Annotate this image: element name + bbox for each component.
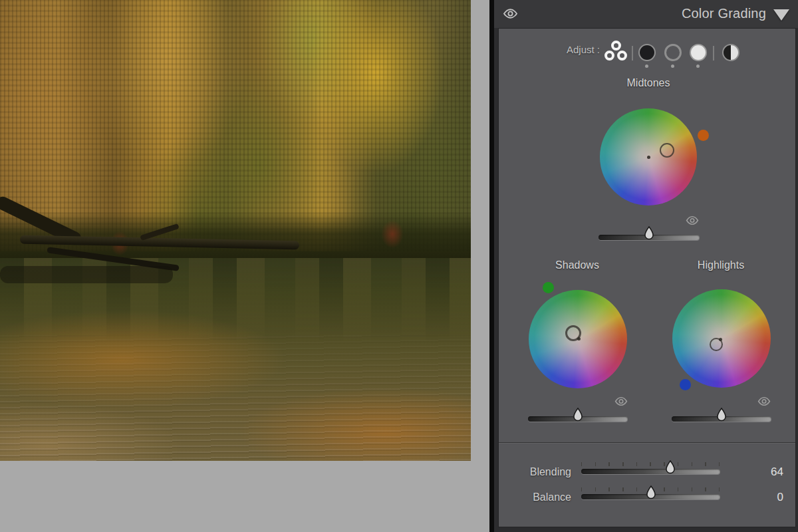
divider: [713, 46, 714, 61]
donut-dot: [617, 51, 627, 61]
highlights-luminance-slider[interactable]: [672, 416, 771, 422]
shadows-hue-marker[interactable]: [543, 282, 554, 293]
divider: [632, 46, 633, 61]
donut-dot: [604, 51, 614, 61]
river-water: [0, 258, 471, 461]
blending-label: Blending: [499, 466, 571, 478]
panel-title: Color Grading: [682, 6, 766, 21]
shadows-luminance-slider[interactable]: [528, 416, 628, 422]
ring-nub: [719, 338, 722, 341]
blending-value[interactable]: 64: [751, 466, 783, 479]
highlights-color-wheel[interactable]: [672, 289, 771, 388]
midtones-label: Midtones: [627, 77, 670, 89]
highlights-eye-icon[interactable]: [757, 396, 771, 406]
balance-slider[interactable]: [581, 494, 720, 499]
panel-header[interactable]: Color Grading: [494, 0, 798, 28]
panel-content: Adjust : Midtones: [498, 28, 796, 527]
highlights-label: Highlights: [698, 259, 744, 271]
water-ripples: [0, 335, 471, 461]
midtones-circle-icon[interactable]: [664, 44, 682, 61]
highlights-hue-marker[interactable]: [680, 379, 691, 390]
midtones-hue-marker[interactable]: [698, 130, 709, 141]
panel-eye-icon[interactable]: [503, 9, 518, 19]
three-way-icon[interactable]: [604, 41, 628, 64]
balance-handle[interactable]: [645, 485, 656, 499]
midtones-hue-ring[interactable]: [660, 143, 674, 158]
log-reflection: [0, 266, 173, 283]
shadows-hue-ring[interactable]: [565, 325, 581, 341]
shadows-active-dot: [645, 65, 648, 68]
highlights-circle-icon[interactable]: [690, 44, 707, 61]
highlights-active-dot: [696, 65, 700, 68]
ring-nub: [577, 337, 581, 340]
balance-value[interactable]: 0: [751, 491, 783, 504]
adjust-label: Adjust :: [539, 44, 600, 55]
shadows-color-wheel[interactable]: [529, 290, 627, 388]
shadows-luminance-handle[interactable]: [573, 408, 584, 422]
highlights-luminance-handle[interactable]: [716, 408, 728, 422]
shadows-eye-icon[interactable]: [614, 396, 628, 406]
balance-label: Balance: [499, 491, 571, 503]
blending-handle[interactable]: [664, 460, 676, 474]
highlights-hue-ring[interactable]: [710, 338, 723, 351]
midtones-color-wheel[interactable]: [600, 108, 697, 205]
shadows-circle-icon[interactable]: [638, 44, 656, 61]
global-split-icon[interactable]: [722, 44, 739, 61]
photo-canvas: [0, 0, 471, 461]
collapse-triangle-icon[interactable]: [773, 9, 789, 21]
donut-dot: [611, 41, 621, 51]
blending-ticks: [581, 462, 720, 466]
midtones-luminance-slider[interactable]: [598, 235, 700, 240]
blending-slider[interactable]: [581, 469, 720, 474]
color-grading-panel: Color Grading Adjust : Midtones: [489, 0, 798, 532]
shadows-label: Shadows: [555, 259, 599, 271]
section-divider: [499, 442, 795, 444]
midtones-eye-icon[interactable]: [686, 215, 699, 225]
midtones-luminance-handle[interactable]: [644, 226, 655, 240]
midtones-active-dot: [671, 65, 674, 68]
midtones-center-dot: [647, 156, 650, 159]
